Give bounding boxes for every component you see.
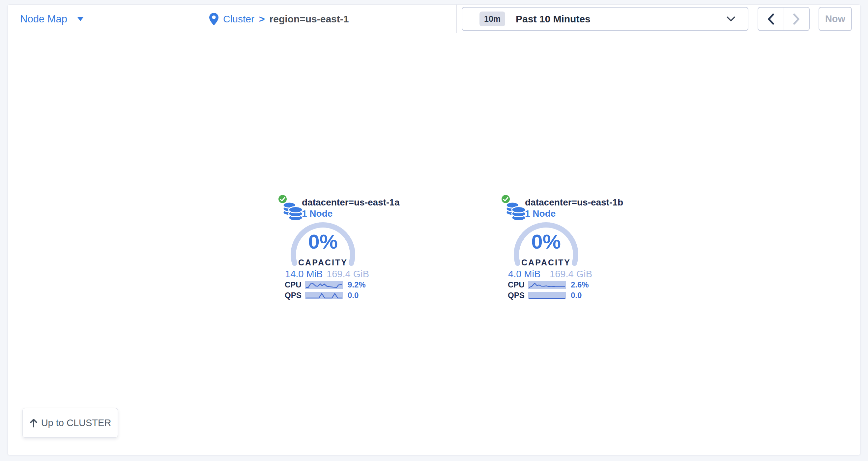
check-icon (503, 197, 508, 201)
locality-card-us-east-1a[interactable]: datacenter=us-east-1a 1 Node 0% CAPACITY… (279, 193, 391, 304)
cpu-sparkline (528, 281, 566, 289)
view-selector-label: Node Map (20, 13, 67, 25)
qps-sparkline (528, 292, 566, 299)
time-window-badge: 10m (479, 11, 505, 26)
locality-title: datacenter=us-east-1b (525, 197, 623, 208)
cpu-label: CPU (508, 280, 526, 290)
capacity-label: CAPACITY (510, 258, 582, 267)
locality-node-count: 1 Node (302, 208, 333, 219)
capacity-values: 4.0 MiB 169.4 GiB (508, 269, 592, 279)
capacity-values: 14.0 MiB 169.4 GiB (285, 269, 369, 279)
qps-label: QPS (285, 291, 303, 300)
qps-label: QPS (508, 291, 526, 300)
capacity-used: 4.0 MiB (508, 269, 540, 279)
capacity-used: 14.0 MiB (285, 269, 322, 279)
node-map-canvas: datacenter=us-east-1a 1 Node 0% CAPACITY… (7, 33, 861, 455)
time-prev-button[interactable] (758, 7, 784, 30)
healthy-check-badge (501, 194, 511, 204)
capacity-label: CAPACITY (287, 258, 359, 267)
time-nav-buttons (757, 7, 810, 31)
up-to-cluster-label: Up to CLUSTER (41, 418, 112, 428)
arrow-up-icon (29, 418, 38, 427)
time-window-dropdown[interactable]: 10m Past 10 Minutes (462, 7, 748, 31)
cpu-sparkline (305, 281, 343, 289)
qps-metric-row: QPS 0.0 (285, 291, 359, 299)
breadcrumb-current: region=us-east-1 (270, 13, 349, 25)
cpu-value: 9.2% (348, 280, 366, 290)
locality-card-us-east-1b[interactable]: datacenter=us-east-1b 1 Node 0% CAPACITY… (502, 193, 614, 304)
node-map-panel: Node Map Cluster > region=us-east-1 10m … (7, 4, 861, 455)
capacity-percent: 0% (287, 231, 359, 252)
time-window-label: Past 10 Minutes (516, 13, 591, 25)
qps-value: 0.0 (571, 291, 582, 300)
breadcrumb: Cluster > region=us-east-1 (209, 5, 349, 33)
qps-metric-row: QPS 0.0 (508, 291, 582, 299)
breadcrumb-cluster-link[interactable]: Cluster (223, 13, 254, 25)
now-button[interactable]: Now (818, 7, 852, 31)
capacity-total: 169.4 GiB (327, 269, 369, 279)
time-next-button[interactable] (784, 7, 809, 30)
capacity-total: 169.4 GiB (550, 269, 592, 279)
chevron-down-icon (726, 17, 735, 22)
location-pin-icon (209, 13, 218, 25)
chevron-left-icon (767, 13, 774, 25)
qps-sparkline (305, 292, 343, 299)
header-bar: Node Map Cluster > region=us-east-1 10m … (7, 5, 861, 33)
chevron-right-icon (793, 13, 800, 25)
qps-value: 0.0 (348, 291, 359, 300)
check-icon (280, 197, 285, 201)
healthy-check-badge (277, 194, 288, 204)
view-selector-dropdown[interactable]: Node Map (20, 5, 84, 33)
cpu-metric-row: CPU 2.6% (508, 281, 589, 289)
cpu-label: CPU (285, 280, 303, 290)
capacity-percent: 0% (510, 231, 582, 252)
locality-node-count: 1 Node (525, 208, 556, 219)
cpu-metric-row: CPU 9.2% (285, 281, 366, 289)
caret-down-icon (77, 17, 84, 21)
cpu-value: 2.6% (571, 280, 589, 290)
breadcrumb-separator: > (259, 13, 265, 25)
up-to-cluster-button[interactable]: Up to CLUSTER (23, 408, 118, 438)
locality-title: datacenter=us-east-1a (302, 197, 399, 208)
